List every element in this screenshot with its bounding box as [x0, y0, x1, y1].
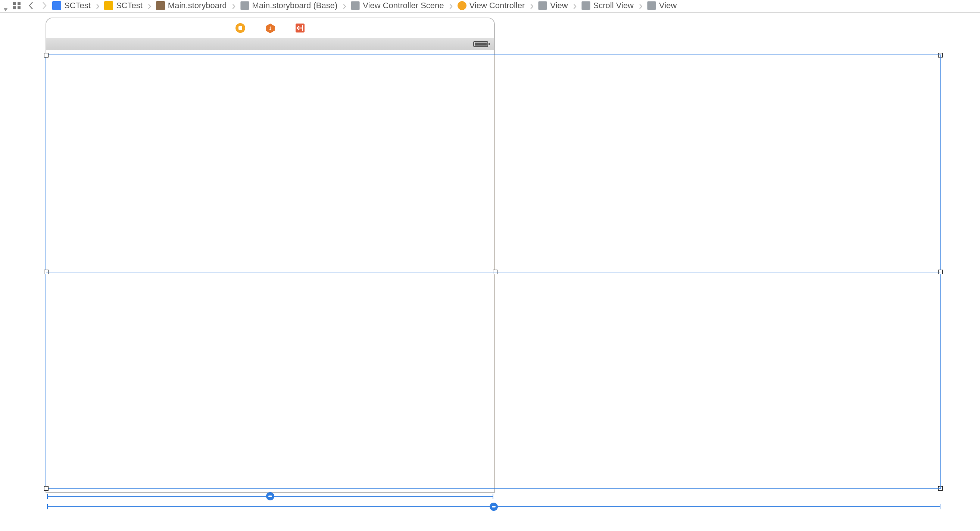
svg-text:1: 1	[269, 26, 272, 31]
chevron-right-icon: ›	[340, 0, 348, 11]
width-constraint[interactable]	[47, 506, 940, 507]
breadcrumb-item[interactable]: SCTest ›	[104, 0, 154, 11]
breadcrumb-item[interactable]: View	[647, 1, 676, 10]
breadcrumb-label: Scroll View	[593, 1, 634, 10]
chevron-right-icon: ›	[94, 0, 102, 11]
svg-rect-0	[13, 2, 16, 5]
breadcrumb-item[interactable]: SCTest ›	[52, 0, 102, 11]
breadcrumb-label: Main.storyboard	[168, 1, 227, 10]
chevron-right-icon: ›	[637, 0, 645, 11]
equal-width-badge-icon[interactable]	[266, 492, 274, 501]
breadcrumb-label: SCTest	[64, 1, 91, 10]
breadcrumb-label: SCTest	[116, 1, 143, 10]
disclosure-triangle-icon[interactable]	[2, 5, 9, 15]
breadcrumb-label: Main.storyboard (Base)	[252, 1, 338, 10]
breadcrumb-label: View Controller Scene	[363, 1, 444, 10]
breadcrumb-item[interactable]: View ›	[538, 0, 579, 11]
jump-bar: SCTest › SCTest › Main.storyboard › Main…	[0, 0, 980, 13]
chevron-right-icon: ›	[146, 0, 154, 11]
storyboard-canvas[interactable]: 1	[0, 14, 980, 531]
folder-icon	[104, 1, 113, 10]
project-icon	[52, 1, 61, 10]
file-icon	[240, 1, 249, 10]
resize-handle[interactable]	[44, 486, 49, 491]
chevron-right-icon: ›	[230, 0, 238, 11]
breadcrumb-item[interactable]: View Controller ›	[458, 0, 536, 11]
breadcrumb-label: View Controller	[469, 1, 525, 10]
view-controller-dock-icon[interactable]	[235, 22, 246, 33]
svg-marker-4	[3, 8, 8, 11]
nav-forward-button[interactable]	[39, 1, 50, 10]
scrollview-icon	[581, 1, 590, 10]
battery-icon	[473, 40, 490, 50]
scene-icon	[351, 1, 360, 10]
exit-dock-icon[interactable]	[294, 22, 305, 33]
layout-guide-line	[46, 273, 940, 273]
resize-handle[interactable]	[44, 269, 49, 274]
width-constraint[interactable]	[47, 496, 493, 497]
breadcrumb-label: View	[550, 1, 568, 10]
view-icon	[647, 1, 656, 10]
equal-width-badge-icon[interactable]	[490, 502, 498, 511]
scene-dock[interactable]: 1	[46, 18, 494, 38]
chevron-right-icon: ›	[447, 0, 455, 11]
svg-rect-15	[488, 43, 490, 45]
chevron-right-icon: ›	[571, 0, 579, 11]
svg-rect-7	[239, 26, 242, 30]
storyboard-icon	[156, 1, 165, 10]
view-icon	[538, 1, 547, 10]
svg-rect-1	[18, 2, 21, 5]
breadcrumb-item[interactable]: Main.storyboard (Base) ›	[240, 0, 349, 11]
resize-handle[interactable]	[493, 269, 498, 274]
breadcrumb-item[interactable]: Main.storyboard ›	[156, 0, 238, 11]
resize-handle[interactable]	[44, 53, 49, 57]
chevron-right-icon: ›	[528, 0, 536, 11]
resize-handle[interactable]	[938, 269, 943, 274]
svg-rect-2	[13, 6, 16, 10]
breadcrumb-item[interactable]: Scroll View ›	[581, 0, 645, 11]
related-items-icon[interactable]	[10, 2, 23, 10]
svg-rect-3	[18, 6, 21, 10]
status-bar	[46, 38, 494, 50]
svg-rect-14	[475, 43, 487, 46]
view-controller-icon	[458, 1, 466, 10]
breadcrumb-label: View	[659, 1, 676, 10]
first-responder-dock-icon[interactable]: 1	[265, 22, 276, 33]
content-view-selection[interactable]	[495, 54, 941, 489]
breadcrumb-item[interactable]: View Controller Scene ›	[351, 0, 455, 11]
nav-back-button[interactable]	[25, 1, 37, 10]
